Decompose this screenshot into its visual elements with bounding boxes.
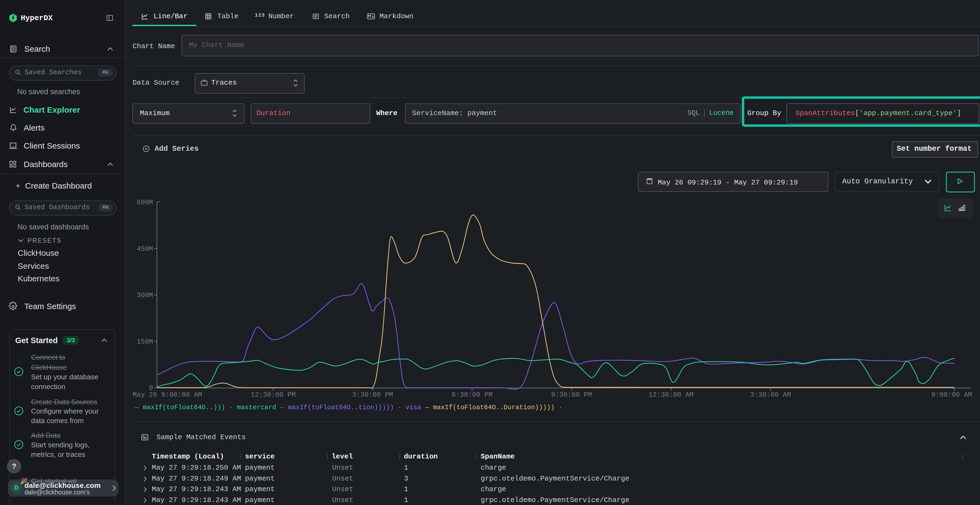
- svg-text:300M: 300M: [137, 291, 153, 299]
- svg-text:9:30:00 PM: 9:30:00 PM: [551, 391, 592, 399]
- svg-text:12:30:00 AM: 12:30:00 AM: [648, 391, 694, 399]
- svg-text:6:30:00 PM: 6:30:00 PM: [452, 391, 492, 399]
- svg-text:May 26 9:00:00 AM: May 26 9:00:00 AM: [132, 391, 202, 399]
- svg-text:150M: 150M: [137, 338, 153, 346]
- svg-text:450M: 450M: [137, 245, 153, 253]
- svg-text:600M: 600M: [137, 199, 153, 206]
- svg-text:3:30:00 AM: 3:30:00 AM: [750, 391, 791, 399]
- svg-text:9:00:00 AM: 9:00:00 AM: [931, 391, 972, 399]
- svg-text:12:30:00 PM: 12:30:00 PM: [251, 391, 296, 399]
- svg-text:3:30:00 PM: 3:30:00 PM: [352, 391, 393, 399]
